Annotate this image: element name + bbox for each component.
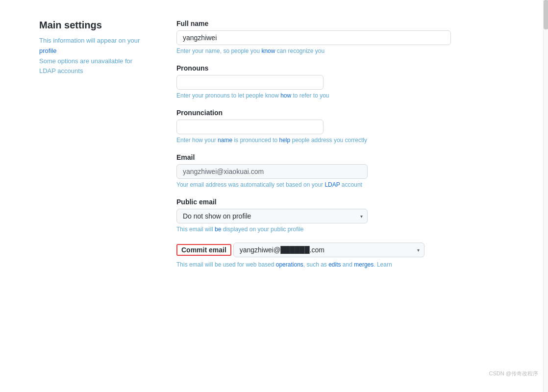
right-panel: Full name Enter your name, so people you… — [167, 20, 471, 278]
email-hint: Your email address was automatically set… — [176, 181, 451, 188]
email-field-group: Email Your email address was automatical… — [176, 153, 451, 188]
commit-email-hint: This email will be used for web based op… — [176, 261, 451, 268]
pronunciation-label: Pronunciation — [176, 109, 451, 117]
left-panel: Main settings This information will appe… — [0, 20, 167, 278]
email-label: Email — [176, 153, 451, 161]
pronunciation-input[interactable] — [176, 120, 324, 134]
commit-email-field-group: Commit email yangzhiwei@██████.com ▾ Thi… — [176, 243, 451, 268]
pronunciation-field-group: Pronunciation Enter how your name is pro… — [176, 109, 451, 144]
public-email-field-group: Public email Do not show on profile yang… — [176, 198, 451, 233]
pronouns-hint: Enter your pronouns to let people know h… — [176, 92, 451, 99]
pronouns-field-group: Pronouns Enter your pronouns to let peop… — [176, 64, 451, 99]
public-email-select-wrapper: Do not show on profile yangzhiwei@xiaoku… — [176, 209, 368, 223]
full-name-field-group: Full name Enter your name, so people you… — [176, 20, 451, 54]
page-title: Main settings — [39, 20, 147, 31]
public-email-select[interactable]: Do not show on profile yangzhiwei@xiaoku… — [176, 209, 368, 223]
commit-email-select[interactable]: yangzhiwei@██████.com — [233, 243, 424, 257]
commit-email-select-wrapper: yangzhiwei@██████.com ▾ — [233, 243, 424, 257]
email-input — [176, 164, 368, 179]
full-name-hint: Enter your name, so people you know can … — [176, 48, 451, 54]
public-email-label: Public email — [176, 198, 451, 206]
commit-email-label: Commit email — [176, 244, 231, 256]
pronouns-input[interactable] — [176, 75, 324, 90]
profile-link[interactable]: profile — [39, 47, 56, 54]
scrollbar[interactable] — [543, 0, 548, 297]
pronouns-label: Pronouns — [176, 64, 451, 72]
info-text: This information will appear on your pro… — [39, 36, 147, 56]
pronunciation-hint: Enter how your name is pronounced to hel… — [176, 137, 451, 144]
info-line2: Some options are unavailable for LDAP ac… — [39, 56, 147, 77]
public-email-hint: This email will be displayed on your pub… — [176, 226, 451, 233]
full-name-input[interactable] — [176, 30, 451, 45]
info-line1-part1: This information will appear on your — [39, 37, 140, 44]
scrollbar-thumb[interactable] — [544, 0, 548, 29]
full-name-label: Full name — [176, 20, 451, 27]
